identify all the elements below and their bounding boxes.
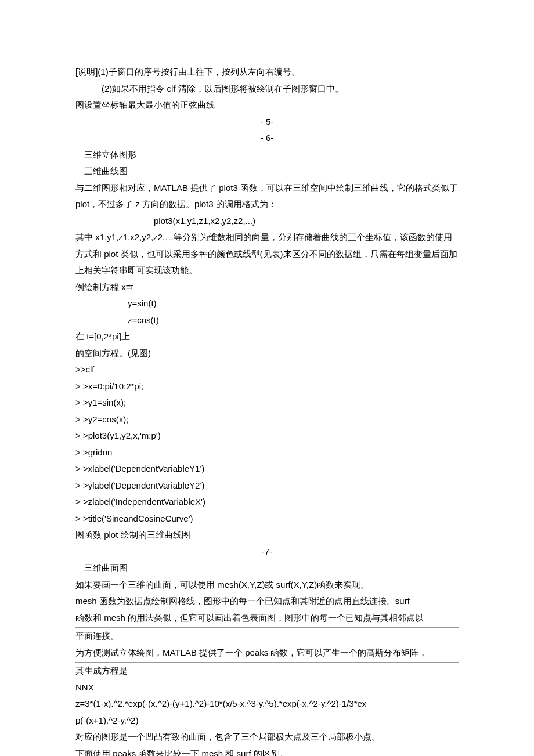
code-line: > >x=0:pi/10:2*pi; (75, 378, 459, 395)
equation-line: z=cos(t) (75, 312, 459, 329)
text-line: 其生成方程是 (75, 663, 459, 679)
text-line: 例绘制方程 x=t (75, 279, 459, 296)
code-line: > >y1=sin(x); (75, 395, 459, 411)
code-line: > >gridon (75, 444, 459, 461)
text-line: 对应的图形是一个凹凸有致的曲面，包含了三个局部极大点及三个局部极小点。 (75, 729, 459, 746)
page-marker: -7- (75, 544, 459, 560)
equation-line: p(-(x+1).^2-y.^2) (75, 712, 459, 729)
section-heading-3d-surface: 三维曲面图 (75, 560, 459, 577)
code-line: > >xlabel('DependentVariableY1') (75, 461, 459, 478)
equation-line: z=3*(1-x).^2.*exp(-(x.^2)-(y+1).^2)-10*(… (75, 696, 459, 712)
caption: 图函数 plot 绘制的三维曲线图 (75, 527, 459, 544)
document-page: [说明](1)子窗口的序号按行由上往下，按列从左向右编号。 (2)如果不用指令 … (0, 0, 534, 756)
text-line: 函数和 mesh 的用法类似，但它可以画出着色表面图，图形中的每一个已知点与其相… (75, 610, 459, 628)
text-line: 为方便测试立体绘图，MATLAB 提供了一个 peaks 函数，它可以产生一个的… (75, 645, 459, 663)
text-line: 下面使用 peaks 函数来比较一下 mesh 和 surf 的区别。 (75, 746, 459, 757)
section-heading-3d-curve: 三维曲线图 (75, 163, 459, 180)
equation-line: y=sin(t) (75, 295, 459, 312)
text-line: 在 t=[0,2*pi]上 (75, 328, 459, 345)
text-line: 平面连接。 (75, 628, 459, 645)
text-line: 如果要画一个三维的曲面，可以使用 mesh(X,Y,Z)或 surf(X,Y,Z… (75, 577, 459, 594)
page-marker: - 5- (75, 114, 459, 131)
page-marker: - 6- (75, 130, 459, 147)
text-line: NNX (75, 679, 459, 696)
code-line: > >zlabel('IndependentVariableX') (75, 494, 459, 511)
paragraph: 其中 x1,y1,z1,x2,y2,z2,…等分别为维数相同的向量，分别存储着曲… (75, 229, 459, 279)
text-line: (2)如果不用指令 clf 清除，以后图形将被绘制在子图形窗口中。 (75, 81, 459, 97)
code-line: > >title('SineandCosineCurve') (75, 511, 459, 527)
text-line: 图设置坐标轴最大最小值的正弦曲线 (75, 97, 459, 114)
code-line: > >y2=cos(x); (75, 411, 459, 428)
code-line: > >plot3(y1,y2,x,'m:p') (75, 428, 459, 444)
code-line: >>clf (75, 361, 459, 378)
code-line: plot3(x1,y1,z1,x2,y2,z2,...) (75, 213, 459, 230)
code-line: > >ylabel('DependentVariableY2') (75, 478, 459, 494)
text-line: mesh 函数为数据点绘制网格线，图形中的每一个已知点和其附近的点用直线连接。s… (75, 593, 459, 610)
paragraph: 与二维图形相对应，MATLAB 提供了 plot3 函数，可以在三维空间中绘制三… (75, 180, 459, 213)
section-heading-3d-graphics: 三维立体图形 (75, 147, 459, 164)
text-line: [说明](1)子窗口的序号按行由上往下，按列从左向右编号。 (75, 64, 459, 81)
text-line: 的空间方程。(见图) (75, 345, 459, 362)
